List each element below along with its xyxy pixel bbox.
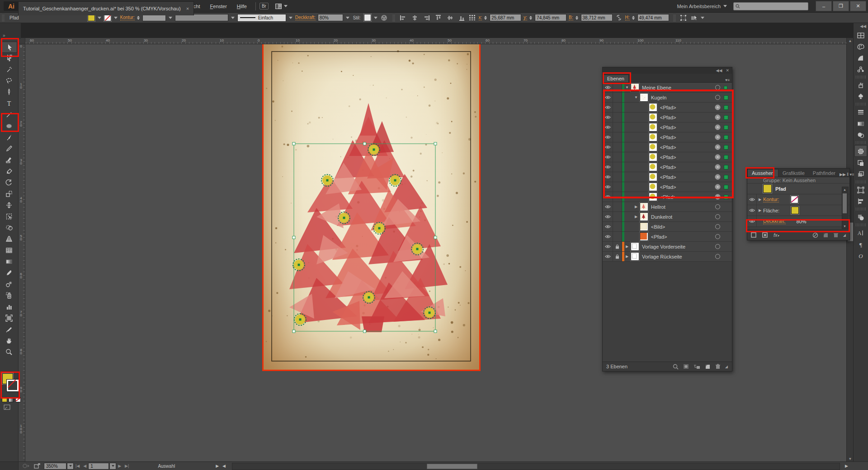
transparency-panel-icon[interactable] bbox=[855, 129, 867, 140]
align-panel-icon[interactable] bbox=[855, 196, 867, 207]
layer-name[interactable]: <Pfad> bbox=[660, 194, 676, 200]
layer-row[interactable]: ▶Hellrot bbox=[603, 202, 732, 212]
lock-toggle[interactable] bbox=[613, 83, 622, 92]
layer-thumbnail[interactable] bbox=[649, 173, 657, 181]
gradient-panel-icon[interactable] bbox=[855, 118, 867, 129]
target-indicator[interactable] bbox=[711, 174, 724, 179]
layer-row[interactable]: <Bild> bbox=[603, 222, 732, 232]
width-tool[interactable] bbox=[2, 200, 16, 210]
type-tool[interactable]: T bbox=[2, 98, 16, 108]
style-caret[interactable] bbox=[373, 14, 378, 21]
selection-indicator[interactable] bbox=[724, 185, 732, 189]
visibility-toggle[interactable] bbox=[603, 252, 613, 261]
appearance-row[interactable]: Gruppe: Kein Aussehen bbox=[747, 177, 849, 183]
y-field[interactable]: 74,845 mm bbox=[535, 14, 566, 21]
layer-row[interactable]: <Pfad> bbox=[603, 162, 732, 172]
selection-indicator[interactable] bbox=[724, 175, 732, 179]
magic-wand-tool[interactable] bbox=[2, 64, 16, 75]
gradient-tool[interactable] bbox=[2, 256, 16, 267]
sync-settings-icon[interactable] bbox=[22, 463, 31, 469]
graphic-styles-panel-icon[interactable] bbox=[855, 157, 867, 168]
direct-selection-tool[interactable] bbox=[2, 53, 16, 63]
locate-object-icon[interactable] bbox=[673, 364, 679, 370]
lock-toggle[interactable] bbox=[613, 142, 622, 152]
draw-mode-icon[interactable] bbox=[4, 404, 11, 411]
visibility-toggle[interactable] bbox=[603, 132, 613, 142]
align-left-icon[interactable] bbox=[399, 14, 407, 21]
selection-indicator[interactable] bbox=[724, 195, 732, 199]
opentype-panel-icon[interactable]: O bbox=[855, 250, 867, 261]
target-indicator[interactable] bbox=[711, 204, 724, 209]
pathfinder-panel-icon[interactable] bbox=[855, 212, 867, 222]
layer-row[interactable]: ▶Vorlage Rückseite bbox=[603, 252, 732, 262]
tab-pathfinder[interactable]: Pathfinder bbox=[809, 169, 840, 177]
color-panel-icon[interactable] bbox=[855, 41, 867, 52]
artboard[interactable] bbox=[264, 44, 479, 370]
hscroll-right-arrow[interactable]: ▶ bbox=[845, 464, 848, 468]
blend-tool[interactable] bbox=[2, 279, 16, 289]
lock-toggle[interactable] bbox=[613, 172, 622, 182]
align-center-icon[interactable] bbox=[411, 14, 419, 21]
visibility-toggle[interactable] bbox=[603, 222, 613, 231]
tab-aussehen[interactable]: Aussehen bbox=[747, 169, 778, 177]
hscroll-left-arrow[interactable]: ◀ bbox=[222, 464, 226, 468]
paragraph-panel-icon[interactable]: ¶ bbox=[855, 239, 867, 249]
bridge-button[interactable]: Br bbox=[259, 3, 269, 9]
scroll-down-arrow[interactable]: ▼ bbox=[842, 224, 847, 229]
lock-toggle[interactable] bbox=[613, 252, 622, 261]
layer-row[interactable]: <Pfad> bbox=[603, 182, 732, 192]
appearance-scrollbar[interactable]: ▲ ▼ bbox=[842, 187, 849, 229]
tab-close-icon[interactable]: × bbox=[186, 6, 189, 11]
add-new-fill-icon[interactable] bbox=[762, 232, 768, 238]
selection-indicator[interactable] bbox=[724, 155, 732, 160]
zoom-tool[interactable] bbox=[2, 347, 16, 357]
stroke-weight-stepper[interactable] bbox=[137, 16, 140, 20]
document-tab[interactable]: Tutorial_Geschenkanhaenger_drucken.ai* b… bbox=[18, 1, 194, 15]
layer-thumbnail[interactable] bbox=[640, 222, 648, 231]
layer-row[interactable]: ▼Meine Ebene bbox=[603, 83, 732, 93]
appearance-row[interactable]: ▶Fläche: bbox=[747, 205, 849, 216]
layer-name[interactable]: Vorlage Rückseite bbox=[642, 254, 682, 259]
stroke-panel-icon[interactable] bbox=[855, 107, 867, 118]
target-indicator[interactable] bbox=[711, 184, 724, 189]
layer-name[interactable]: <Pfad> bbox=[660, 164, 676, 170]
layers-panel-icon[interactable] bbox=[855, 169, 867, 179]
visibility-toggle[interactable] bbox=[603, 172, 613, 182]
style-swatch[interactable] bbox=[364, 14, 371, 21]
lasso-tool[interactable] bbox=[2, 75, 16, 86]
eyedropper-tool[interactable] bbox=[2, 268, 16, 278]
layer-row[interactable]: ▼Kugeln bbox=[603, 93, 732, 103]
add-effect-button[interactable]: fx▾ bbox=[774, 232, 779, 238]
horizontal-scroll-thumb[interactable] bbox=[427, 464, 477, 469]
panel-resize-grip[interactable]: ◢ bbox=[843, 233, 846, 237]
scroll-up-arrow[interactable]: ▲ bbox=[847, 38, 854, 44]
menu-fenster[interactable]: Fenster bbox=[205, 0, 232, 12]
stroke-color-dropdown[interactable] bbox=[113, 14, 118, 21]
target-indicator[interactable] bbox=[711, 155, 724, 160]
layer-thumbnail[interactable] bbox=[649, 183, 657, 191]
blob-brush-tool[interactable] bbox=[2, 155, 16, 165]
layer-name[interactable]: <Pfad> bbox=[660, 184, 676, 190]
lock-toggle[interactable] bbox=[613, 132, 622, 142]
artboard-tool[interactable] bbox=[2, 313, 16, 323]
layer-thumbnail[interactable] bbox=[649, 133, 657, 141]
selection-indicator[interactable] bbox=[724, 105, 732, 110]
ruler-origin-corner[interactable] bbox=[18, 38, 25, 44]
zoom-dropdown[interactable] bbox=[67, 463, 74, 470]
visibility-toggle[interactable] bbox=[603, 83, 613, 92]
visibility-toggle[interactable] bbox=[603, 142, 613, 152]
visibility-toggle[interactable] bbox=[747, 194, 757, 205]
isolate-selection-icon[interactable] bbox=[690, 14, 698, 21]
visibility-toggle[interactable] bbox=[603, 182, 613, 192]
visibility-toggle[interactable] bbox=[603, 232, 613, 241]
layer-row[interactable]: <Pfad> bbox=[603, 103, 732, 113]
layer-name[interactable]: <Pfad> bbox=[651, 234, 667, 240]
appearance-label[interactable]: Deckkraft: bbox=[763, 218, 786, 224]
layer-thumbnail[interactable] bbox=[649, 153, 657, 161]
target-indicator[interactable] bbox=[711, 145, 724, 150]
expand-arrow[interactable]: ▼ bbox=[624, 85, 630, 89]
panel-menu-icon[interactable]: ▾≡ bbox=[725, 78, 732, 82]
visibility-toggle[interactable] bbox=[603, 192, 613, 202]
selection-indicator[interactable] bbox=[724, 115, 732, 120]
layer-row[interactable]: ▶Dunkelrot bbox=[603, 212, 732, 222]
